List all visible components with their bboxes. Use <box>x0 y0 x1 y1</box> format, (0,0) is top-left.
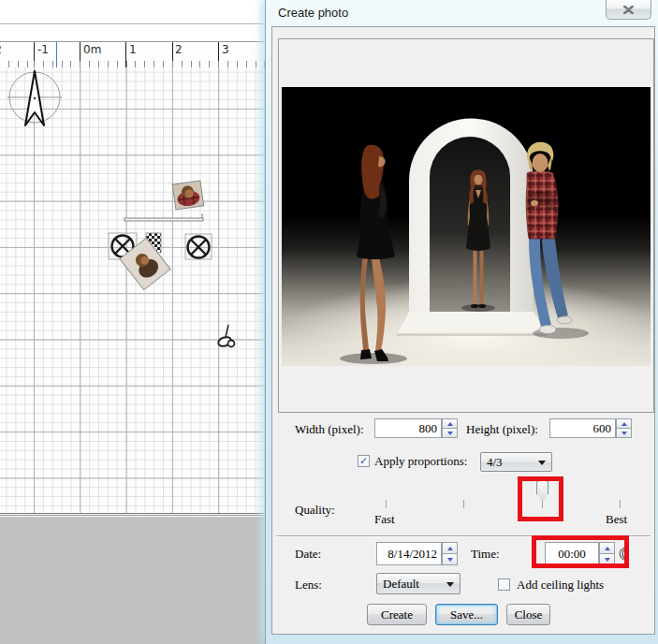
close-dialog-button[interactable]: Close <box>506 604 550 625</box>
time-label: Time: <box>471 547 500 562</box>
slider-tick <box>386 500 387 508</box>
chevron-down-icon <box>446 582 454 587</box>
close-button[interactable] <box>606 0 651 20</box>
lens-dropdown[interactable]: Default <box>376 573 461 594</box>
lens-value: Default <box>383 577 419 592</box>
slider-tick <box>620 500 621 508</box>
plan-person-man[interactable] <box>172 181 203 210</box>
arch-threshold <box>398 312 547 333</box>
height-input[interactable] <box>549 418 616 438</box>
quality-best-label: Best <box>606 512 627 527</box>
proportions-value: 4/3 <box>487 455 503 470</box>
dialog-title: Create photo <box>278 6 348 20</box>
ruler-label: 1 <box>129 43 137 56</box>
lens-label: Lens: <box>295 578 322 593</box>
chevron-down-icon <box>538 461 546 465</box>
spin-down-icon[interactable] <box>442 429 458 438</box>
width-input[interactable] <box>374 418 442 438</box>
photo-preview <box>282 87 651 366</box>
quality-fast-label: Fast <box>374 512 395 527</box>
save-button[interactable]: Save... <box>435 604 498 625</box>
quality-label: Quality: <box>295 503 335 518</box>
apply-proportions-label: Apply proportions: <box>374 454 467 469</box>
compass-icon[interactable] <box>7 71 62 125</box>
height-label: Height (pixel): <box>466 422 538 437</box>
ceiling-lights-label: Add ceiling lights <box>517 578 604 593</box>
spin-down-icon[interactable] <box>442 554 458 565</box>
screenshot-root: -2 -1 0m 1 2 3 <box>0 0 658 644</box>
ruler-label: -1 <box>37 43 49 56</box>
toolbar-strip <box>0 0 265 24</box>
apply-proportions-checkbox[interactable]: ✓ <box>358 455 370 467</box>
ruler-cursor-indicator <box>56 42 57 67</box>
ceiling-lights-checkbox[interactable] <box>498 578 510 591</box>
highlight-quality-handle <box>518 476 563 521</box>
bottom-gray-panel <box>0 516 265 644</box>
spin-up-icon[interactable] <box>616 418 632 429</box>
ruler-label: 2 <box>175 43 183 56</box>
ruler-minor-ticks <box>0 61 265 67</box>
plan-person-woman[interactable] <box>120 238 170 289</box>
highlight-time-field <box>532 535 629 568</box>
plan-wall-line[interactable] <box>124 213 203 221</box>
create-button[interactable]: Create <box>367 604 427 625</box>
spin-down-icon[interactable] <box>616 429 632 438</box>
floor-plan-pane: -2 -1 0m 1 2 3 <box>0 0 265 644</box>
check-icon: ✓ <box>359 456 369 466</box>
date-spinner[interactable] <box>442 542 458 565</box>
ruler-label: -2 <box>0 43 2 56</box>
spin-up-icon[interactable] <box>442 418 458 429</box>
plan-canvas[interactable] <box>0 67 265 513</box>
width-spinner[interactable] <box>442 418 458 438</box>
ruler-label: 0m <box>83 43 101 56</box>
render-scene <box>282 87 651 366</box>
width-label: Width (pixel): <box>295 422 364 437</box>
proportions-dropdown[interactable]: 4/3 <box>480 452 552 472</box>
slider-tick <box>463 500 464 508</box>
date-input[interactable] <box>376 542 442 565</box>
spin-up-icon[interactable] <box>442 542 458 554</box>
plan-symbols <box>0 67 265 513</box>
plan-camera-icon[interactable] <box>217 325 235 348</box>
close-icon <box>623 6 634 14</box>
horizontal-ruler: -2 -1 0m 1 2 3 <box>0 41 265 68</box>
date-label: Date: <box>295 547 321 562</box>
plan-ceiling-lamp[interactable] <box>185 234 212 259</box>
height-spinner[interactable] <box>616 418 632 438</box>
ruler-label: 3 <box>222 43 229 56</box>
